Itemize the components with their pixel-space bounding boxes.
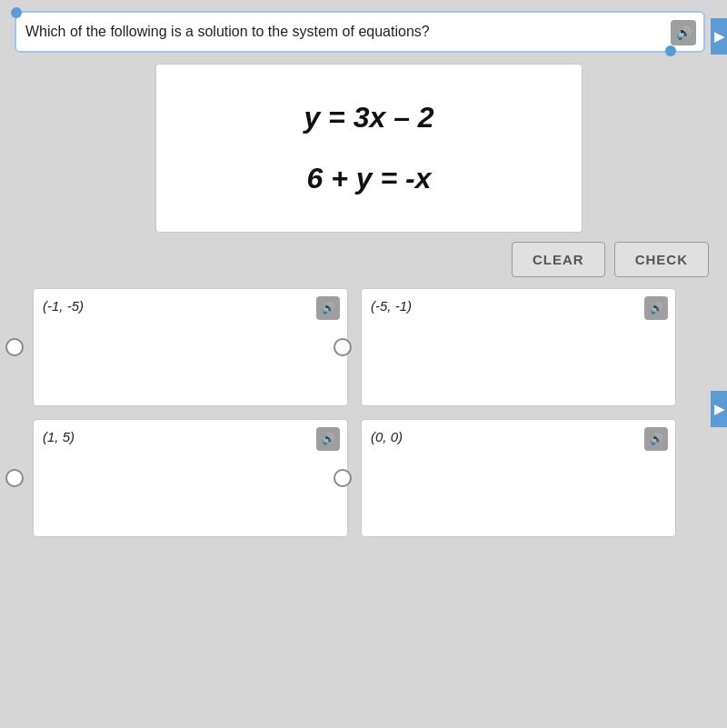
chevron-right-icon-2: ▶ (714, 402, 724, 416)
question-text: Which of the following is a solution to … (25, 24, 430, 39)
radio-button-2[interactable] (334, 338, 352, 356)
clear-button[interactable]: CLEAR (512, 242, 605, 277)
equation-display: y = 3x – 2 6 + y = -x (155, 64, 583, 233)
answer-audio-button-2[interactable]: 🔊 (644, 296, 668, 320)
answer-option-wrapper-1: (-1, -5) 🔊 (33, 288, 348, 406)
answer-option-wrapper-4: (0, 0) 🔊 (361, 419, 676, 537)
speaker-icon-a4: 🔊 (650, 433, 663, 445)
answer-text-1: (-1, -5) (43, 298, 84, 314)
equation-line-1: y = 3x – 2 (304, 101, 433, 135)
speaker-icon-a3: 🔊 (322, 433, 335, 445)
radio-button-3[interactable] (5, 469, 24, 487)
dot-bottom-right (665, 45, 676, 56)
nav-right-top-button[interactable]: ▶ (711, 18, 727, 55)
answer-option-wrapper-2: (-5, -1) 🔊 (361, 288, 676, 406)
check-button[interactable]: CHECK (614, 242, 709, 277)
answer-text-4: (0, 0) (371, 429, 403, 444)
main-container: Which of the following is a solution to … (0, 0, 727, 728)
answer-option-3[interactable]: (1, 5) 🔊 (33, 419, 348, 537)
answer-option-1[interactable]: (-1, -5) 🔊 (33, 288, 348, 406)
dot-top-left (11, 7, 22, 18)
answer-text-3: (1, 5) (43, 429, 75, 444)
answer-text-2: (-5, -1) (371, 298, 412, 314)
speaker-icon: 🔊 (676, 25, 692, 40)
answer-audio-button-1[interactable]: 🔊 (316, 296, 340, 320)
question-box: Which of the following is a solution to … (15, 11, 705, 53)
answer-audio-button-3[interactable]: 🔊 (316, 427, 340, 451)
radio-button-1[interactable] (5, 338, 24, 356)
speaker-icon-a2: 🔊 (650, 302, 663, 314)
question-audio-button[interactable]: 🔊 (671, 20, 696, 45)
nav-right-bottom-button[interactable]: ▶ (711, 391, 727, 427)
answer-option-2[interactable]: (-5, -1) 🔊 (361, 288, 676, 406)
answer-option-wrapper-3: (1, 5) 🔊 (33, 419, 348, 537)
chevron-right-icon: ▶ (714, 29, 724, 44)
answer-option-4[interactable]: (0, 0) 🔊 (361, 419, 676, 537)
answers-grid: (-1, -5) 🔊 (-5, -1) 🔊 (1, 5) 🔊 (15, 288, 712, 537)
speaker-icon-a1: 🔊 (322, 302, 335, 314)
equation-line-2: 6 + y = -x (307, 162, 432, 195)
action-buttons-row: CLEAR CHECK (15, 242, 712, 277)
answer-audio-button-4[interactable]: 🔊 (644, 427, 668, 451)
radio-button-4[interactable] (334, 469, 352, 487)
